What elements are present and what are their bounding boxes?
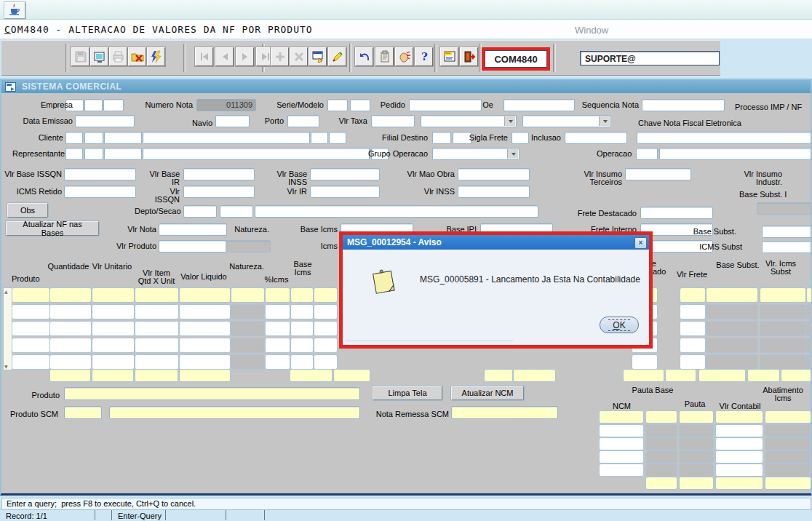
depto-secao-desc-field[interactable] <box>255 205 538 218</box>
table-cell[interactable] <box>632 354 658 370</box>
table-cell[interactable] <box>179 304 231 319</box>
combo-field-1[interactable] <box>421 115 517 127</box>
table-cell[interactable] <box>290 354 314 370</box>
ncm-cell[interactable] <box>679 477 714 490</box>
help-icon[interactable]: ? <box>415 47 433 66</box>
table-cell[interactable] <box>92 287 135 303</box>
nav-prev-icon[interactable] <box>215 47 234 66</box>
vlr-base-inss-field[interactable] <box>310 168 380 180</box>
secao-field[interactable] <box>220 205 253 218</box>
table-cell[interactable] <box>135 304 179 319</box>
table-cell[interactable] <box>760 287 806 303</box>
table-cell[interactable] <box>314 338 338 353</box>
ncm-cell[interactable] <box>599 424 644 437</box>
table-cell[interactable] <box>12 338 50 353</box>
table-cell[interactable] <box>49 338 92 353</box>
table-cell[interactable] <box>179 321 231 336</box>
table-cell[interactable] <box>179 354 231 370</box>
ncm-cell[interactable] <box>765 410 811 423</box>
table-cell[interactable] <box>265 338 290 353</box>
depto-field[interactable] <box>183 205 217 218</box>
menu-icon[interactable] <box>440 47 458 66</box>
totals-cell[interactable] <box>665 369 696 382</box>
table-cell[interactable] <box>49 304 92 319</box>
atualizar-nf-button[interactable]: Atualizar NF nas Bases <box>6 221 99 236</box>
vlr-inss-field[interactable] <box>458 186 530 198</box>
porto-field[interactable] <box>287 115 319 127</box>
ncm-cell[interactable] <box>765 477 811 490</box>
table-cell[interactable] <box>12 354 50 370</box>
execute-query-icon[interactable] <box>147 47 165 66</box>
ncm-cell[interactable] <box>715 477 763 490</box>
delete-record-icon[interactable] <box>290 47 308 66</box>
menu-item-window[interactable]: Window <box>575 25 608 36</box>
vlr-base-issqn-field[interactable] <box>64 168 136 180</box>
table-cell[interactable] <box>680 321 706 336</box>
clipboard-icon[interactable] <box>375 47 394 66</box>
pedido-field[interactable] <box>409 99 482 111</box>
table-cell[interactable] <box>680 304 706 319</box>
cliente-field-5[interactable] <box>329 132 346 144</box>
serie-field[interactable] <box>327 99 348 111</box>
totals-cell[interactable] <box>179 369 231 382</box>
oe-field[interactable] <box>503 99 575 111</box>
operacao-desc-field[interactable] <box>659 148 811 160</box>
vlr-insumo-terceiros-field[interactable] <box>625 168 691 180</box>
table-cell[interactable] <box>92 354 135 370</box>
ncm-cell[interactable] <box>715 450 763 464</box>
cliente-field-1[interactable] <box>65 132 83 144</box>
form-menu-title[interactable]: COM4840 - ALTERACAO DE VALORES DA NF POR… <box>4 24 313 35</box>
representante-field-3[interactable] <box>104 148 142 160</box>
ncm-cell[interactable] <box>599 437 644 450</box>
vlr-ir-field[interactable] <box>310 186 380 198</box>
table-cell[interactable] <box>290 304 314 319</box>
inclusao-field[interactable] <box>565 132 627 144</box>
table-cell[interactable] <box>290 338 314 353</box>
table-cell[interactable] <box>12 304 50 319</box>
table-cell[interactable] <box>92 321 135 336</box>
empresa-field-3[interactable] <box>103 99 124 111</box>
vlr-taxa-field[interactable] <box>371 115 415 127</box>
filial-destino-field-1[interactable] <box>432 132 451 144</box>
table-cell[interactable] <box>314 354 338 370</box>
totals-cell[interactable] <box>623 369 664 382</box>
sequencia-nota-field[interactable] <box>642 99 725 111</box>
ncm-cell[interactable] <box>645 410 677 423</box>
ncm-cell[interactable] <box>599 450 644 464</box>
scroll-down-icon[interactable]: ▼ <box>4 364 9 369</box>
pencil-icon[interactable] <box>328 47 346 66</box>
table-cell[interactable] <box>49 287 92 303</box>
totals-cell[interactable] <box>92 369 134 382</box>
totals-cell[interactable] <box>781 369 811 382</box>
table-cell[interactable] <box>12 321 50 336</box>
table-cell[interactable] <box>806 287 812 303</box>
table-cell[interactable] <box>265 304 290 319</box>
vlr-base-ir-field[interactable] <box>183 168 255 180</box>
table-cell[interactable] <box>92 304 135 319</box>
dialog-title-bar[interactable]: MSG_00012954 - Aviso <box>343 235 649 250</box>
sigla-frete-field[interactable] <box>512 132 529 144</box>
table-cell[interactable] <box>49 354 92 370</box>
representante-field-1[interactable] <box>65 148 83 160</box>
ncm-cell[interactable] <box>715 410 763 423</box>
table-cell[interactable] <box>231 287 265 303</box>
vlr-mao-obra-field[interactable] <box>458 168 530 180</box>
vlr-issqn-field[interactable] <box>183 186 255 198</box>
nav-next-icon[interactable] <box>236 47 254 66</box>
edit-window-icon[interactable] <box>309 47 327 66</box>
totals-cell[interactable] <box>484 369 513 382</box>
cliente-nome-field[interactable] <box>143 132 310 144</box>
ncm-cell[interactable] <box>599 410 644 423</box>
produto-footer-field[interactable] <box>64 387 360 400</box>
table-cell[interactable] <box>680 338 706 353</box>
cliente-field-2[interactable] <box>84 132 103 144</box>
data-emissao-field[interactable] <box>75 115 135 127</box>
cancel-query-icon[interactable] <box>128 47 146 66</box>
cliente-field-3[interactable] <box>104 132 142 144</box>
icms-retido-field[interactable] <box>64 186 136 198</box>
exit-icon[interactable] <box>460 47 478 66</box>
empresa-field-2[interactable] <box>84 99 103 111</box>
numero-nota-field[interactable]: 011309 <box>196 99 256 111</box>
representante-field-2[interactable] <box>84 148 103 160</box>
dialog-close-icon[interactable]: × <box>634 237 647 249</box>
